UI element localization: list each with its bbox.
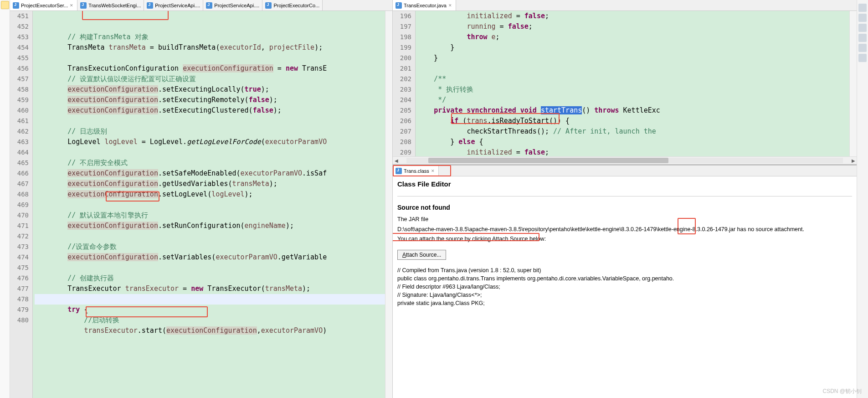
watermark: CSDN @韧小钊: [822, 388, 862, 395]
java-file-icon: [147, 2, 153, 9]
close-icon[interactable]: ✕: [448, 3, 453, 8]
editor-right-pane: TransExecutor.java✕ 19619719819920020120…: [393, 0, 857, 164]
class-file-editor[interactable]: Class File Editor Source not found The J…: [393, 176, 857, 398]
tab-label: ProjectExecutorSer...: [21, 3, 68, 8]
overview-ruler[interactable]: [385, 11, 392, 398]
horizontal-scrollbar[interactable]: ◀ ▶: [393, 156, 857, 164]
tool-icon[interactable]: [858, 4, 867, 12]
editor-tab[interactable]: ProjectServiceApi....: [203, 0, 262, 10]
editor-tab[interactable]: ProjectServiceApi....: [144, 0, 203, 10]
class-file-pane: Trans.class ✕ Class File Editor Source n…: [393, 164, 857, 398]
source-not-found-heading: Source not found: [397, 204, 852, 211]
annotation-box: [393, 233, 539, 241]
tool-icon[interactable]: [858, 24, 867, 32]
java-file-icon: [395, 2, 402, 9]
scroll-left-icon[interactable]: ◀: [393, 158, 400, 163]
right-code-area[interactable]: 1961971981992002012022032042052062072082…: [393, 11, 857, 156]
thumb-icon: [1, 1, 9, 9]
tab-label: TransExecutor.java: [404, 3, 447, 8]
left-code-area[interactable]: 4514524534544554564574584594604614624634…: [10, 11, 392, 398]
editor-left-pane: ProjectExecutorSer...✕TransWebSocketEngi…: [10, 0, 393, 398]
attach-source-button[interactable]: Attach Source...: [397, 250, 446, 260]
code-text[interactable]: initialized = false; running = false; th…: [416, 11, 849, 156]
close-icon[interactable]: ✕: [70, 3, 74, 8]
annotation-box: [678, 218, 696, 234]
right-toolbar: [857, 0, 868, 398]
button-label: ttach Source...: [406, 252, 441, 258]
right-tab-bar: TransExecutor.java✕: [393, 0, 857, 11]
left-marker-bar: [0, 0, 10, 398]
tool-icon[interactable]: [858, 54, 867, 62]
tab-label: ProjectServiceApi....: [155, 3, 200, 8]
tab-label: ProjectServiceApi....: [214, 3, 259, 8]
left-tab-bar: ProjectExecutorSer...✕TransWebSocketEngi…: [10, 0, 392, 11]
editor-tab[interactable]: ProjectExecutorSer...✕: [10, 0, 77, 10]
annotation-box: [393, 165, 451, 176]
java-file-icon: [206, 2, 212, 9]
tool-icon[interactable]: [858, 14, 867, 22]
java-file-icon: [80, 2, 87, 9]
tool-icon[interactable]: [858, 44, 867, 52]
java-file-icon: [13, 2, 19, 9]
overview-ruler[interactable]: [849, 11, 857, 156]
classfile-title: Class File Editor: [397, 180, 852, 188]
annotation-box: [82, 11, 169, 20]
line-numbers: 1961971981992002012022032042052062072082…: [393, 11, 416, 156]
scroll-right-icon[interactable]: ▶: [850, 158, 857, 163]
java-file-icon: [265, 2, 272, 9]
jar-file-label: The JAR file: [397, 216, 852, 224]
tab-label: ProjectExecutorCo...: [273, 3, 319, 8]
editor-tab[interactable]: TransExecutor.java✕: [393, 0, 456, 10]
editor-tab[interactable]: TransWebSocketEngi...: [77, 0, 144, 10]
line-numbers: 4514524534544554564574584594604614624634…: [10, 11, 33, 398]
code-text[interactable]: // 构建TransMeta 对象 TransMeta transMeta = …: [33, 11, 385, 398]
decompiled-source: // Compiled from Trans.java (version 1.8…: [397, 266, 852, 308]
tab-label: TransWebSocketEngi...: [88, 3, 141, 8]
editor-tab[interactable]: ProjectExecutorCo...: [262, 0, 323, 10]
jar-path: D:\soft\apache-maven-3.8.5\apache-maven-…: [397, 226, 852, 234]
tool-icon[interactable]: [858, 34, 867, 42]
